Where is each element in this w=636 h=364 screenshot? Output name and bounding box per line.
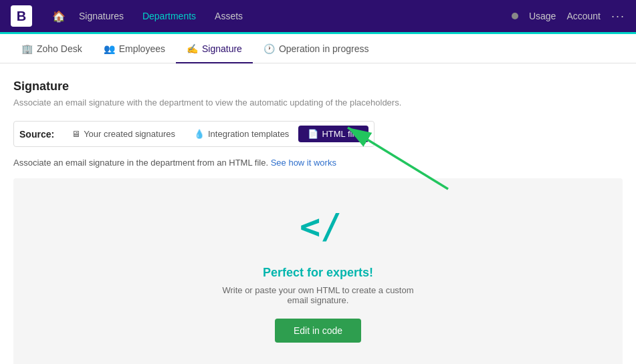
your-signatures-icon: 🖥	[72, 129, 80, 139]
more-menu[interactable]: ···	[611, 9, 625, 23]
main-content: Signature Associate an email signature w…	[0, 63, 636, 364]
expert-title: Perfect for experts!	[263, 266, 373, 280]
tab-employees-label: Employees	[119, 43, 165, 54]
page-title: Signature	[13, 79, 623, 94]
home-icon[interactable]: 🏠	[45, 6, 72, 27]
logo: B	[11, 5, 32, 27]
nav-signatures[interactable]: Signatures	[72, 7, 130, 25]
code-icon: </>	[297, 205, 340, 255]
nav-assets[interactable]: Assets	[208, 7, 249, 25]
source-integration-templates[interactable]: 💧 Integration templates	[185, 126, 298, 142]
status-dot	[512, 13, 518, 19]
nav-right: Usage Account ···	[512, 9, 625, 23]
source-your-signatures[interactable]: 🖥 Your created signatures	[62, 126, 185, 142]
integration-label: Integration templates	[208, 129, 289, 139]
tab-operation[interactable]: 🕐 Operation in progress	[253, 34, 380, 63]
your-signatures-label: Your created signatures	[84, 129, 175, 139]
tab-zoho-desk[interactable]: 🏢 Zoho Desk	[11, 34, 93, 63]
tab-signature[interactable]: ✍ Signature	[176, 34, 253, 63]
top-navigation: B 🏠 Signatures Departments Assets Usage …	[0, 0, 636, 32]
edit-in-code-button[interactable]: Edit in code	[275, 319, 361, 343]
signature-icon: ✍	[187, 43, 198, 54]
tab-signature-label: Signature	[202, 43, 242, 54]
integration-icon: 💧	[194, 129, 205, 139]
account-link[interactable]: Account	[566, 11, 601, 21]
tab-operation-label: Operation in progress	[279, 43, 369, 54]
svg-text:</>: </>	[300, 206, 340, 246]
zoho-desk-icon: 🏢	[21, 43, 33, 54]
expert-desc: Write or paste your own HTML to create a…	[218, 285, 419, 305]
source-bar: Source: 🖥 Your created signatures 💧 Inte…	[13, 121, 375, 147]
source-label: Source:	[19, 129, 54, 140]
employees-icon: 👥	[104, 43, 115, 54]
tab-zoho-desk-label: Zoho Desk	[37, 43, 82, 54]
html-file-icon: 📄	[308, 129, 318, 139]
subtab-bar: 🏢 Zoho Desk 👥 Employees ✍ Signature 🕐 Op…	[0, 34, 636, 63]
page-subtitle: Associate an email signature with the de…	[13, 98, 623, 108]
source-area: Source: 🖥 Your created signatures 💧 Inte…	[13, 121, 623, 147]
usage-link[interactable]: Usage	[529, 11, 556, 21]
info-text: Associate an email signature in the depa…	[13, 158, 623, 168]
info-text-content: Associate an email signature in the depa…	[13, 158, 268, 168]
html-file-label: HTML file	[322, 129, 358, 139]
nav-departments[interactable]: Departments	[136, 7, 203, 25]
see-how-it-works-link[interactable]: See how it works	[271, 158, 336, 168]
source-html-file[interactable]: 📄 HTML file	[298, 126, 368, 142]
nav-links: Signatures Departments Assets	[72, 7, 512, 25]
tab-employees[interactable]: 👥 Employees	[93, 34, 176, 63]
operation-icon: 🕐	[263, 43, 275, 54]
expert-box: </> Perfect for experts! Write or paste …	[13, 178, 623, 364]
